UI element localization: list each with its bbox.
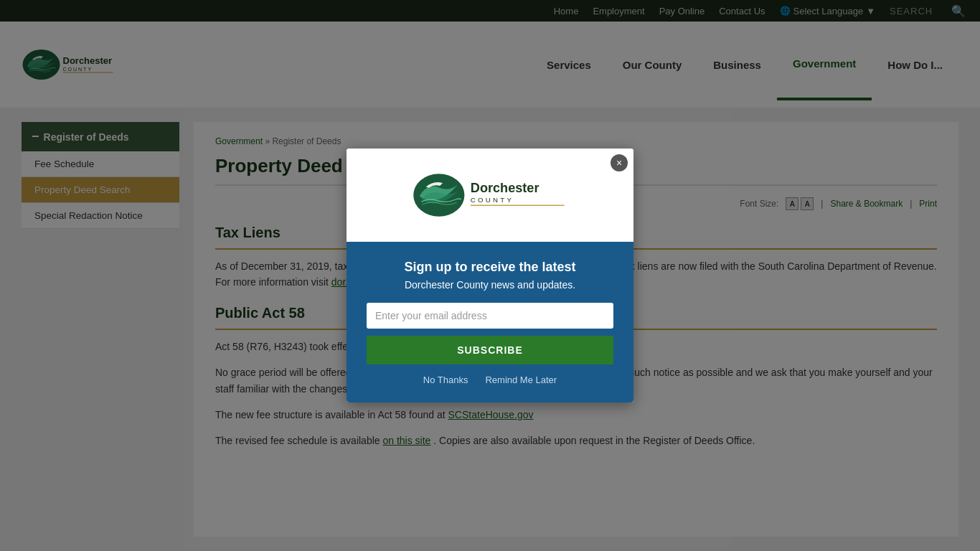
modal-box: × Dorchester COUNTY Sign up to receive t… [347, 149, 633, 403]
svg-text:Dorchester: Dorchester [471, 181, 540, 195]
modal-remind-later-link[interactable]: Remind Me Later [485, 375, 557, 385]
modal-body: Sign up to receive the latest Dorchester… [347, 242, 633, 403]
modal-email-input[interactable] [367, 303, 613, 329]
modal-links: No Thanks Remind Me Later [367, 375, 613, 385]
modal-subheadline: Dorchester County news and updates. [367, 278, 613, 291]
svg-text:COUNTY: COUNTY [471, 196, 514, 204]
modal-logo: Dorchester COUNTY [411, 163, 569, 227]
modal-no-thanks-link[interactable]: No Thanks [423, 375, 468, 385]
modal-logo-area: Dorchester COUNTY [347, 149, 633, 242]
modal-close-button[interactable]: × [611, 154, 628, 171]
modal-subscribe-button[interactable]: SUBSCRIBE [367, 336, 613, 364]
modal-overlay[interactable]: × Dorchester COUNTY Sign up to receive t… [0, 0, 980, 551]
modal-headline: Sign up to receive the latest [367, 259, 613, 276]
